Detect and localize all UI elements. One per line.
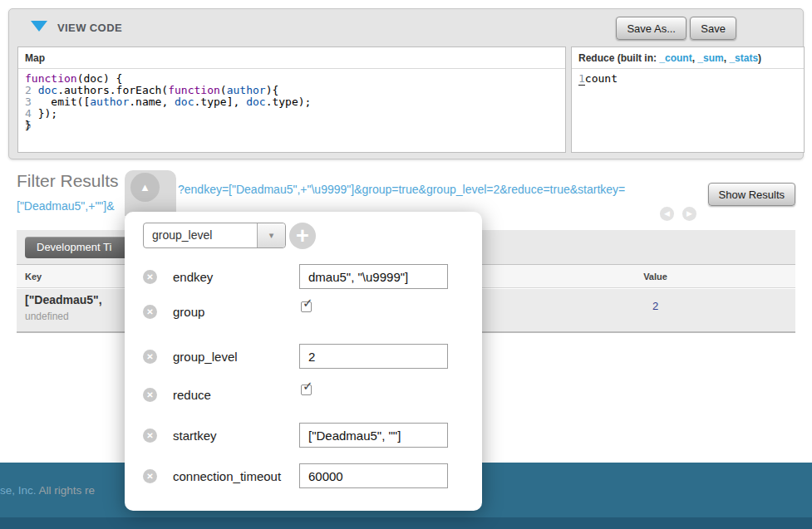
filter-param-row: ✕group_level	[125, 344, 482, 370]
remove-param-icon[interactable]: ✕	[143, 305, 157, 319]
filter-param-row: ✕connection_timeout	[125, 463, 482, 489]
footer-copyright: se, Inc. All rights re	[0, 484, 95, 497]
footer-bottom-strip	[0, 517, 812, 529]
page: VIEW CODE Save As... Save Map function(d…	[0, 0, 812, 529]
map-editor-panel: Map function(doc) {2 doc.authors.forEach…	[17, 47, 566, 153]
code-line: 4 });	[25, 108, 559, 120]
remove-param-icon[interactable]: ✕	[143, 469, 157, 483]
code-line: 5}	[25, 120, 559, 131]
filter-params-popup: group_level ▾ + ✕endkey✕group✓✕group_lev…	[125, 212, 482, 511]
code-line: 2 doc.authors.forEach(function(author){	[25, 85, 559, 96]
view-code-title: VIEW CODE	[57, 22, 122, 34]
param-label: group	[173, 299, 204, 325]
reduce-checkbox[interactable]: ✓	[301, 385, 312, 395]
chevron-down-icon[interactable]: ▾	[257, 223, 285, 247]
row-key-subtext: undefined	[25, 311, 69, 322]
code-line: 3 emit([author.name, doc.type], doc.type…	[25, 96, 559, 108]
reduce-code-editor[interactable]: 1count	[572, 69, 804, 90]
reduce-editor-panel: Reduce (built in: _count, _sum, _stats) …	[571, 47, 805, 153]
map-code-editor[interactable]: function(doc) {2 doc.authors.forEach(fun…	[18, 69, 565, 135]
view-code-header: VIEW CODE Save As... Save	[9, 9, 803, 47]
param-selector[interactable]: group_level ▾	[143, 223, 286, 248]
filter-url-line2[interactable]: ["Deadmau5",+""]&	[17, 199, 115, 213]
param-label: group_level	[173, 344, 238, 370]
value-column-header: Value	[515, 272, 795, 282]
save-button[interactable]: Save	[690, 17, 736, 40]
checkmark-icon: ✓	[303, 379, 313, 394]
param-label: startkey	[173, 423, 217, 448]
remove-param-icon[interactable]: ✕	[143, 388, 157, 402]
filter-param-row: ✕endkey	[125, 264, 482, 290]
group_level-input[interactable]	[299, 344, 448, 369]
startkey-input[interactable]	[299, 423, 448, 448]
view-code-panel: VIEW CODE Save As... Save Map function(d…	[8, 8, 804, 159]
connection_timeout-input[interactable]	[299, 463, 448, 488]
row-value-text: 2	[515, 300, 795, 312]
collapse-popup-icon[interactable]: ▲	[130, 173, 160, 202]
save-as-button[interactable]: Save As...	[616, 17, 687, 40]
endkey-input[interactable]	[299, 264, 448, 289]
filter-url-line1[interactable]: ?endkey=["Deadmau5",+"\u9999"]&group=tru…	[178, 183, 625, 196]
filter-param-row: ✕reduce✓	[125, 382, 482, 408]
next-page-icon[interactable]: ▶	[682, 207, 696, 221]
footer-rights-text: All rights re	[37, 484, 96, 497]
param-selector-value: group_level	[152, 223, 212, 247]
filter-param-row: ✕group✓	[125, 299, 482, 325]
code-line: function(doc) {	[25, 73, 559, 85]
group-checkbox[interactable]: ✓	[301, 301, 312, 312]
results-pager: ◀▶	[660, 204, 705, 221]
filter-results-heading: Filter Results	[17, 171, 119, 191]
add-param-icon[interactable]: +	[289, 223, 316, 249]
key-column-header: Key	[25, 272, 42, 282]
filter-popup-tab: ▲	[125, 170, 176, 216]
tab-development-time[interactable]: Development Ti	[25, 237, 128, 258]
show-results-button[interactable]: Show Results	[708, 183, 795, 206]
remove-param-icon[interactable]: ✕	[143, 429, 157, 443]
remove-param-icon[interactable]: ✕	[143, 270, 157, 284]
filter-param-row: ✕startkey	[125, 423, 482, 448]
row-key-text: ["Deadmau5",	[25, 293, 102, 306]
checkmark-icon: ✓	[303, 296, 313, 311]
param-label: reduce	[173, 382, 211, 408]
collapse-section-icon[interactable]	[31, 21, 47, 32]
param-label: connection_timeout	[173, 463, 281, 489]
param-label: endkey	[173, 264, 213, 290]
map-editor-title: Map	[18, 47, 565, 69]
footer-company-link[interactable]: se, Inc.	[0, 484, 37, 497]
prev-page-icon[interactable]: ◀	[660, 207, 674, 221]
reduce-editor-title: Reduce (built in: _count, _sum, _stats)	[572, 47, 804, 69]
remove-param-icon[interactable]: ✕	[143, 350, 157, 364]
